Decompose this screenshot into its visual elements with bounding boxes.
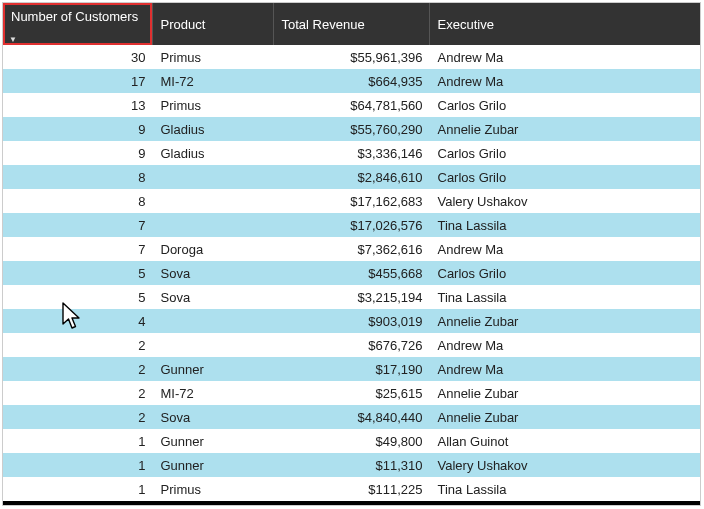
table-row[interactable]: 7Doroga$7,362,616Andrew Ma <box>3 237 701 261</box>
cell-revenue[interactable]: $17,162,683 <box>273 189 429 213</box>
cell-product[interactable]: Sova <box>152 261 273 285</box>
cell-revenue[interactable]: $4,840,440 <box>273 405 429 429</box>
cell-product[interactable]: Sova <box>152 285 273 309</box>
table-row[interactable]: 2Sova$4,840,440Annelie Zubar <box>3 405 701 429</box>
cell-revenue[interactable]: $55,760,290 <box>273 117 429 141</box>
cell-executive[interactable]: Andrew Ma <box>429 333 701 357</box>
cell-revenue[interactable]: $17,190 <box>273 357 429 381</box>
cell-executive[interactable]: Annelie Zubar <box>429 117 701 141</box>
cell-revenue[interactable]: $111,225 <box>273 477 429 501</box>
cell-product[interactable] <box>152 189 273 213</box>
cell-revenue[interactable]: $7,362,616 <box>273 237 429 261</box>
cell-executive[interactable]: Carlos Grilo <box>429 141 701 165</box>
table-row[interactable]: 9Gladius$55,760,290Annelie Zubar <box>3 117 701 141</box>
cell-product[interactable]: Gladius <box>152 117 273 141</box>
table-row[interactable]: 5Sova$3,215,194Tina Lassila <box>3 285 701 309</box>
cell-executive[interactable]: Andrew Ma <box>429 357 701 381</box>
cell-customers[interactable]: 4 <box>3 309 152 333</box>
table-row[interactable]: 1Gunner$11,310Valery Ushakov <box>3 453 701 477</box>
cell-product[interactable]: Gunner <box>152 453 273 477</box>
cell-revenue[interactable]: $64,781,560 <box>273 93 429 117</box>
cell-product[interactable]: Gladius <box>152 141 273 165</box>
table-row[interactable]: 2MI-72$25,615Annelie Zubar <box>3 381 701 405</box>
cell-customers[interactable]: 7 <box>3 213 152 237</box>
cell-executive[interactable]: Andrew Ma <box>429 69 701 93</box>
cell-customers[interactable]: 9 <box>3 141 152 165</box>
cell-customers[interactable]: 8 <box>3 165 152 189</box>
cell-customers[interactable]: 30 <box>3 45 152 69</box>
cell-product[interactable]: Primus <box>152 45 273 69</box>
table-row[interactable]: 4$903,019Annelie Zubar <box>3 309 701 333</box>
cell-executive[interactable]: Andrew Ma <box>429 237 701 261</box>
column-header-customers[interactable]: Number of Customers ▼ <box>3 3 152 45</box>
table-row[interactable]: 2Gunner$17,190Andrew Ma <box>3 357 701 381</box>
cell-customers[interactable]: 9 <box>3 117 152 141</box>
cell-executive[interactable]: Carlos Grilo <box>429 93 701 117</box>
cell-customers[interactable]: 1 <box>3 477 152 501</box>
cell-customers[interactable]: 13 <box>3 93 152 117</box>
cell-customers[interactable]: 2 <box>3 405 152 429</box>
cell-executive[interactable]: Tina Lassila <box>429 477 701 501</box>
cell-revenue[interactable]: $25,615 <box>273 381 429 405</box>
cell-executive[interactable]: Annelie Zubar <box>429 381 701 405</box>
column-header-revenue[interactable]: Total Revenue <box>273 3 429 45</box>
cell-product[interactable]: Primus <box>152 93 273 117</box>
table-row[interactable]: 5Sova$455,668Carlos Grilo <box>3 261 701 285</box>
table-row[interactable]: 8$2,846,610Carlos Grilo <box>3 165 701 189</box>
cell-customers[interactable]: 8 <box>3 189 152 213</box>
cell-customers[interactable]: 5 <box>3 285 152 309</box>
cell-customers[interactable]: 5 <box>3 261 152 285</box>
cell-product[interactable] <box>152 165 273 189</box>
cell-product[interactable] <box>152 309 273 333</box>
cell-executive[interactable]: Andrew Ma <box>429 45 701 69</box>
column-header-product[interactable]: Product <box>152 3 273 45</box>
cell-customers[interactable]: 2 <box>3 381 152 405</box>
cell-product[interactable]: Primus <box>152 477 273 501</box>
table-row[interactable]: 17MI-72$664,935Andrew Ma <box>3 69 701 93</box>
cell-revenue[interactable]: $49,800 <box>273 429 429 453</box>
data-table[interactable]: Number of Customers ▼ Product Total Reve… <box>2 2 701 506</box>
cell-executive[interactable]: Carlos Grilo <box>429 165 701 189</box>
cell-revenue[interactable]: $903,019 <box>273 309 429 333</box>
cell-revenue[interactable]: $2,846,610 <box>273 165 429 189</box>
cell-executive[interactable]: Valery Ushakov <box>429 453 701 477</box>
cell-revenue[interactable]: $455,668 <box>273 261 429 285</box>
cell-customers[interactable]: 17 <box>3 69 152 93</box>
cell-customers[interactable]: 2 <box>3 357 152 381</box>
table-row[interactable]: 8$17,162,683Valery Ushakov <box>3 189 701 213</box>
cell-executive[interactable]: Tina Lassila <box>429 285 701 309</box>
cell-revenue[interactable]: $676,726 <box>273 333 429 357</box>
table-row[interactable]: 2$676,726Andrew Ma <box>3 333 701 357</box>
cell-revenue[interactable]: $17,026,576 <box>273 213 429 237</box>
column-header-executive[interactable]: Executive <box>429 3 701 45</box>
cell-product[interactable]: Gunner <box>152 357 273 381</box>
table-row[interactable]: 13Primus$64,781,560Carlos Grilo <box>3 93 701 117</box>
cell-revenue[interactable]: $55,961,396 <box>273 45 429 69</box>
cell-product[interactable] <box>152 213 273 237</box>
cell-customers[interactable]: 1 <box>3 429 152 453</box>
cell-customers[interactable]: 7 <box>3 237 152 261</box>
cell-executive[interactable]: Annelie Zubar <box>429 405 701 429</box>
cell-product[interactable]: MI-72 <box>152 69 273 93</box>
cell-executive[interactable]: Tina Lassila <box>429 213 701 237</box>
table-row[interactable]: 7$17,026,576Tina Lassila <box>3 213 701 237</box>
cell-product[interactable]: Gunner <box>152 429 273 453</box>
cell-revenue[interactable]: $664,935 <box>273 69 429 93</box>
cell-product[interactable]: MI-72 <box>152 381 273 405</box>
table-row[interactable]: 9Gladius$3,336,146Carlos Grilo <box>3 141 701 165</box>
cell-executive[interactable]: Carlos Grilo <box>429 261 701 285</box>
table-row[interactable]: 30Primus$55,961,396Andrew Ma <box>3 45 701 69</box>
cell-executive[interactable]: Valery Ushakov <box>429 189 701 213</box>
cell-executive[interactable]: Allan Guinot <box>429 429 701 453</box>
table-row[interactable]: 1Gunner$49,800Allan Guinot <box>3 429 701 453</box>
cell-customers[interactable]: 2 <box>3 333 152 357</box>
cell-product[interactable] <box>152 333 273 357</box>
cell-product[interactable]: Sova <box>152 405 273 429</box>
cell-product[interactable]: Doroga <box>152 237 273 261</box>
cell-revenue[interactable]: $3,215,194 <box>273 285 429 309</box>
cell-revenue[interactable]: $3,336,146 <box>273 141 429 165</box>
cell-revenue[interactable]: $11,310 <box>273 453 429 477</box>
cell-executive[interactable]: Annelie Zubar <box>429 309 701 333</box>
table-row[interactable]: 1Primus$111,225Tina Lassila <box>3 477 701 501</box>
cell-customers[interactable]: 1 <box>3 453 152 477</box>
